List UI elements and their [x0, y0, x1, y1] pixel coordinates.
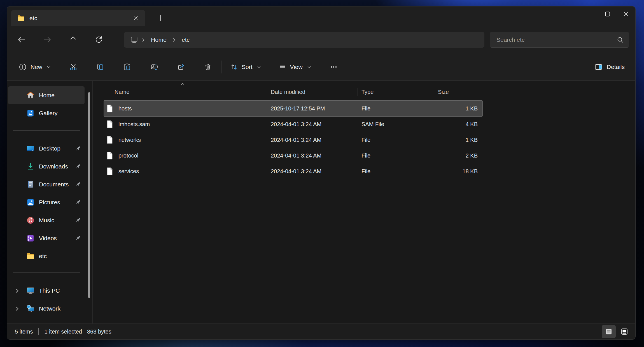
sidebar-item-home[interactable]: Home — [8, 86, 85, 104]
file-row-protocol[interactable]: protocol 2024-04-01 3:24 AM File 2 KB — [104, 148, 482, 163]
up-button[interactable] — [66, 33, 80, 47]
rename-icon — [150, 63, 158, 71]
share-button[interactable] — [172, 58, 190, 76]
refresh-button[interactable] — [92, 33, 106, 47]
rename-button[interactable] — [145, 58, 163, 76]
sidebar-item-label: Desktop — [39, 145, 60, 152]
column-header-label: Size — [438, 89, 449, 95]
videos-icon — [26, 234, 35, 243]
sort-button[interactable]: Sort — [226, 58, 265, 76]
back-button[interactable] — [14, 33, 29, 47]
copy-icon — [96, 63, 104, 71]
column-header-label: Name — [115, 89, 129, 95]
sidebar-scrollbar[interactable] — [88, 92, 90, 298]
desktop-icon — [26, 144, 35, 153]
column-header-size[interactable]: Size — [434, 84, 483, 100]
breadcrumb-home[interactable]: Home — [148, 35, 169, 44]
file-size: 1 KB — [434, 137, 482, 143]
chevron-down-icon — [307, 64, 312, 70]
this-pc-icon — [26, 286, 35, 295]
tab-etc[interactable]: etc — [11, 10, 145, 26]
sidebar-item-label: Videos — [39, 235, 57, 242]
cut-button[interactable] — [64, 58, 82, 76]
column-header-date-modified[interactable]: Date modified — [267, 84, 358, 100]
delete-button[interactable] — [199, 58, 217, 76]
sidebar-item-pictures[interactable]: Pictures — [8, 193, 85, 211]
file-type: File — [358, 105, 434, 112]
forward-button[interactable] — [40, 33, 55, 47]
copy-button[interactable] — [91, 58, 109, 76]
sidebar-item-documents[interactable]: Documents — [8, 175, 85, 193]
sidebar-item-etc[interactable]: etc — [8, 247, 85, 265]
details-pane-icon — [594, 63, 603, 71]
pin-icon — [74, 181, 81, 188]
folder-icon — [17, 15, 25, 22]
details-view-toggle[interactable] — [602, 325, 616, 338]
sidebar-item-label: Music — [39, 217, 54, 224]
sidebar-separator — [13, 272, 80, 273]
sidebar-item-downloads[interactable]: Downloads — [8, 158, 85, 175]
minimize-button[interactable] — [580, 6, 598, 22]
sidebar-item-label: etc — [39, 253, 47, 260]
desktop-wallpaper: etc — [0, 0, 644, 347]
sidebar-item-label: Home — [39, 92, 55, 99]
file-row-services[interactable]: services 2024-04-01 3:24 AM File 18 KB — [104, 163, 482, 179]
file-size: 18 KB — [434, 168, 482, 175]
file-size: 1 KB — [434, 105, 482, 112]
chevron-right-icon — [140, 37, 146, 43]
sidebar-item-videos[interactable]: Videos — [8, 229, 85, 247]
expand-chevron-icon[interactable] — [14, 306, 26, 311]
chevron-down-icon — [256, 64, 262, 70]
window-controls — [580, 6, 635, 22]
sort-icon — [230, 63, 238, 71]
file-row-networks[interactable]: networks 2024-04-01 3:24 AM File 1 KB — [104, 132, 482, 148]
sidebar-item-label: Pictures — [39, 199, 60, 206]
paste-button[interactable] — [118, 58, 136, 76]
paste-icon — [123, 63, 131, 71]
search-icon[interactable] — [616, 36, 624, 44]
file-date: 2024-04-01 3:24 AM — [267, 152, 358, 159]
expand-chevron-icon[interactable] — [14, 288, 26, 293]
folder-icon — [26, 252, 35, 261]
view-button-label: View — [290, 64, 303, 70]
close-window-button[interactable] — [617, 6, 635, 22]
sidebar-item-network[interactable]: Network — [8, 300, 85, 318]
file-date: 2024-04-01 3:24 AM — [267, 168, 358, 175]
new-tab-button[interactable] — [153, 11, 168, 25]
search-box — [490, 32, 629, 48]
maximize-button[interactable] — [598, 6, 617, 22]
breadcrumb-etc[interactable]: etc — [179, 35, 192, 44]
sidebar-item-this-pc[interactable]: This PC — [8, 282, 85, 300]
file-name: networks — [118, 137, 141, 143]
new-button[interactable]: New — [14, 58, 55, 76]
pin-icon — [74, 145, 81, 152]
status-bar: 5 items 1 item selected 863 bytes — [7, 323, 635, 339]
view-button[interactable]: View — [274, 58, 316, 76]
more-options-button[interactable] — [325, 58, 343, 76]
breadcrumb-bar[interactable]: Home etc — [124, 32, 484, 48]
pictures-icon — [26, 198, 35, 207]
column-header-label: Date modified — [271, 89, 305, 95]
file-date: 2024-04-01 3:24 AM — [267, 121, 358, 128]
column-header-type[interactable]: Type — [358, 84, 434, 100]
details-pane-button[interactable]: Details — [590, 58, 629, 76]
command-toolbar: New — [7, 54, 635, 81]
sidebar-item-desktop[interactable]: Desktop — [8, 140, 85, 158]
file-row-hosts[interactable]: hosts 2025-10-17 12:54 PM File 1 KB — [104, 101, 482, 116]
sidebar-item-gallery[interactable]: Gallery — [8, 104, 85, 122]
navigation-sidebar: Home Gallery — [7, 81, 93, 323]
details-pane-label: Details — [607, 64, 625, 70]
column-headers: Name Date modified Type Size — [97, 84, 635, 100]
column-header-name[interactable]: Name — [97, 84, 267, 100]
file-row-lmhosts[interactable]: lmhosts.sam 2024-04-01 3:24 AM SAM File … — [104, 116, 482, 132]
file-icon — [106, 151, 113, 160]
navigation-bar: Home etc — [7, 26, 635, 54]
sidebar-item-music[interactable]: Music — [8, 211, 85, 229]
monitor-icon — [130, 35, 139, 44]
tab-close-icon[interactable] — [131, 13, 141, 23]
large-thumbnails-view-toggle[interactable] — [617, 325, 631, 338]
file-type: File — [358, 137, 434, 143]
search-input[interactable] — [496, 36, 616, 43]
documents-icon — [26, 180, 35, 189]
sidebar-item-label: Downloads — [39, 163, 68, 170]
